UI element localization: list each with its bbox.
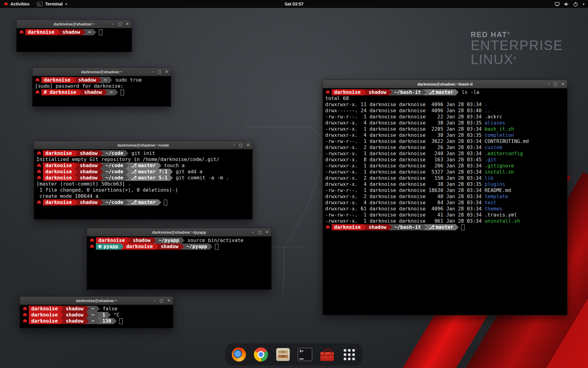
powerline-separator-icon <box>83 29 86 35</box>
window-titlebar[interactable]: darknoise@shadow:~ ‒ □ ✕ <box>17 20 132 28</box>
terminal-text <box>74 175 77 181</box>
terminal-window-code[interactable]: darknoise@shadow:~/code ‒ □ ✕ darknoises… <box>34 141 253 220</box>
terminal-body[interactable]: darknoiseshadow~ <box>17 28 132 52</box>
prompt-host-segment: shadow <box>77 199 100 205</box>
dock-item-firefox[interactable] <box>231 346 247 363</box>
terminal-window-bash-it[interactable]: darknoise@shadow:~/bash-it ‒ □ ✕ darknoi… <box>322 80 567 315</box>
powerline-separator-icon <box>363 224 366 230</box>
powerline-separator-icon <box>153 237 156 243</box>
close-button[interactable]: ✕ <box>266 230 269 234</box>
terminal-text <box>60 318 63 324</box>
prompt-path-segment: ~/code <box>103 163 126 169</box>
clock[interactable]: Sat 03:57 <box>285 0 303 8</box>
prompt-path-segment: ~/code <box>103 175 126 181</box>
close-button[interactable]: ✕ <box>561 82 564 86</box>
maximize-button[interactable]: □ <box>119 22 122 26</box>
terminal-body[interactable]: darknoiseshadow~falsedarknoiseshadow~1^C… <box>20 305 173 328</box>
minimize-button[interactable]: ‒ <box>233 143 235 147</box>
minimize-button[interactable]: ‒ <box>252 230 254 234</box>
close-button[interactable]: ✕ <box>165 70 168 74</box>
powerline-separator-icon <box>79 89 82 95</box>
window-title: darknoise@shadow:~/code <box>34 143 252 148</box>
redhat-branding: RED HAT® ENTERPRISE LINUX® <box>471 31 563 67</box>
terminal-window-sudo[interactable]: darknoise@shadow:~ ‒ □ ✕ darknoiseshadow… <box>32 67 171 107</box>
prompt-host-segment: shadow <box>77 163 100 169</box>
directory-name: .git <box>484 157 496 163</box>
chevron-down-icon[interactable]: ▾ <box>583 2 584 6</box>
close-button[interactable]: ✕ <box>126 22 129 26</box>
output-text: drwxrwxr-x. 61 darknoise darknoise 4096 … <box>325 206 484 212</box>
terminal-body[interactable]: darknoiseshadow~/bash-it⎇masterls -latot… <box>323 88 567 315</box>
minimize-button[interactable]: ‒ <box>112 22 115 26</box>
powerline-separator-icon <box>170 175 173 181</box>
executable-name: .gitignore <box>484 163 514 169</box>
redhat-prompt-icon <box>37 163 41 168</box>
prompt-host-segment: shadow <box>366 89 389 95</box>
output-text: total 68 <box>325 95 349 102</box>
powerline-separator-icon <box>363 89 366 95</box>
close-button[interactable]: ✕ <box>167 299 170 302</box>
terminal-text <box>74 150 77 156</box>
close-button[interactable]: ✕ <box>247 143 250 147</box>
powerline-separator-icon <box>104 89 107 95</box>
terminal-body[interactable]: darknoiseshadow~/codegit initInitialized… <box>34 149 252 219</box>
app-menu-terminal[interactable]: >_ Terminal ▾ <box>33 0 70 8</box>
maximize-button[interactable]: □ <box>554 82 557 86</box>
maximize-button[interactable]: □ <box>258 230 262 234</box>
branding-redhat: RED HAT® <box>471 31 563 38</box>
minimize-button[interactable]: ‒ <box>153 299 156 302</box>
terminal-text <box>86 306 89 312</box>
dock-item-file-manager[interactable] <box>275 346 291 363</box>
powerline-separator-icon <box>60 312 63 318</box>
minimize-button[interactable]: ‒ <box>548 82 550 86</box>
window-titlebar[interactable]: darknoise@shadow:~ ‒ □ ✕ <box>20 297 173 305</box>
terminal-line: drwxrwxr-x. 2 darknoise darknoise 150 Ja… <box>325 175 565 181</box>
powerline-separator-icon <box>74 150 77 156</box>
terminal-line: darknoiseshadow~1^C <box>22 312 171 318</box>
terminal-body[interactable]: darknoiseshadow~/pyappsource bin/activat… <box>87 236 271 289</box>
powerline-separator-icon <box>121 243 124 250</box>
maximize-button[interactable]: □ <box>160 299 163 302</box>
maximize-button[interactable]: □ <box>158 70 161 74</box>
file-manager-icon <box>276 348 290 361</box>
dock-item-app-grid[interactable] <box>341 346 357 363</box>
terminal-window-home-1[interactable]: darknoise@shadow:~ ‒ □ ✕ darknoiseshadow… <box>16 20 132 52</box>
powerline-separator-icon <box>389 224 392 230</box>
command-text: false <box>103 306 117 312</box>
volume-icon[interactable] <box>564 2 569 7</box>
output-text: drwxrwxr-x. 4 darknoise darknoise 38 Jan… <box>325 132 484 138</box>
prompt-host-segment: shadow <box>82 89 104 95</box>
terminal-text <box>97 318 100 324</box>
command-text: git add a <box>176 169 202 175</box>
powerline-separator-icon <box>114 318 117 324</box>
activities-button[interactable]: Activities <box>0 0 33 8</box>
window-titlebar[interactable]: darknoise@shadow:~/bash-it ‒ □ ✕ <box>323 80 567 88</box>
minimize-button[interactable]: ‒ <box>151 70 154 74</box>
terminal-window-pyapp[interactable]: darknoise@shadow:~/pyapp ‒ □ ✕ darknoise… <box>87 228 272 290</box>
display-icon[interactable] <box>555 2 560 7</box>
window-titlebar[interactable]: darknoise@shadow:~/pyapp ‒ □ ✕ <box>87 228 271 236</box>
directory-name: .. <box>484 108 490 114</box>
firefox-icon <box>232 347 246 362</box>
powerline-separator-icon <box>57 29 60 35</box>
window-titlebar[interactable]: darknoise@shadow:~/code ‒ □ ✕ <box>34 141 252 149</box>
powerline-separator-icon <box>209 243 213 250</box>
terminal-text <box>79 89 82 95</box>
dock-item-chrome[interactable] <box>253 346 269 363</box>
output-text: drwxrwxr-x. 8 darknoise darknoise 163 Ja… <box>325 157 484 163</box>
dock-item-terminal[interactable]: $> <box>297 346 313 363</box>
terminal-window-exit-codes[interactable]: darknoise@shadow:~ ‒ □ ✕ darknoiseshadow… <box>20 296 173 328</box>
output-text: [master (root-commit) 50bcb63] . <box>36 181 131 187</box>
terminal-body[interactable]: darknoiseshadow~sudo true[sudo] password… <box>32 76 171 106</box>
maximize-button[interactable]: □ <box>239 143 243 147</box>
powerline-separator-icon <box>74 199 77 205</box>
terminal-line: darknoiseshadow~ <box>19 29 129 35</box>
prompt-path-segment: ~/code <box>103 199 126 205</box>
window-titlebar[interactable]: darknoise@shadow:~ ‒ □ ✕ <box>32 68 171 76</box>
output-text: drwxrwxr-x. 4 darknoise darknoise 38 Jan… <box>325 120 484 126</box>
power-icon[interactable] <box>573 2 578 7</box>
prompt-host-segment: shadow <box>130 237 153 243</box>
prompt-host-segment: shadow <box>63 306 86 312</box>
terminal-text <box>158 163 161 169</box>
dock-item-toolbox[interactable] <box>319 346 335 363</box>
